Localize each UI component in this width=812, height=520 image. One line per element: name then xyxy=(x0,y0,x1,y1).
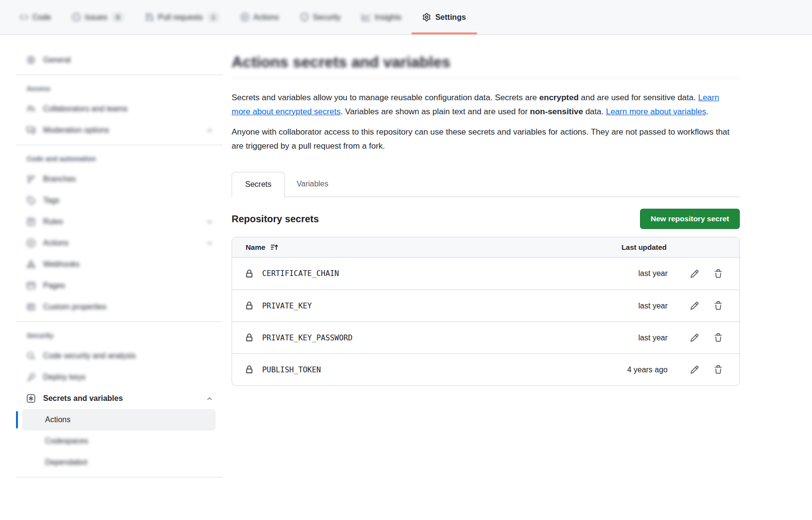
tag-icon xyxy=(27,196,35,205)
issue-opened-icon xyxy=(72,13,80,21)
code-icon xyxy=(20,13,28,21)
gear-icon xyxy=(422,13,431,21)
intro-text-segment: . Variables are shown as plain text and … xyxy=(341,107,530,116)
tab-actions-label: Actions xyxy=(253,13,279,22)
secret-name-cell: CERTIFICATE_CHAIN xyxy=(245,269,639,278)
sidebar-divider xyxy=(16,477,223,477)
sidebar-item-code-security-and-analysis[interactable]: Code security and analysis xyxy=(16,345,223,367)
issues-count-badge: 8 xyxy=(112,12,125,22)
sidebar-item-rules[interactable]: Rules xyxy=(16,211,223,232)
edit-secret-button[interactable] xyxy=(690,269,699,278)
row-actions xyxy=(690,301,723,310)
chevron-up-icon xyxy=(206,395,213,402)
intro-text-segment: and are used for sensitive data. xyxy=(578,93,698,102)
secret-name: PUBLISH_TOKEN xyxy=(262,366,321,374)
edit-secret-button[interactable] xyxy=(690,301,699,310)
encrypted-emphasis: encrypted xyxy=(539,93,578,102)
sidebar-subitem-dependabot[interactable]: Dependabot xyxy=(22,452,216,473)
secrets-table-header: Name Last updated xyxy=(232,237,739,258)
sidebar-item-secrets-and-variables[interactable]: Secrets and variables xyxy=(16,388,223,409)
sidebar-item-deploy-keys[interactable]: Deploy keys xyxy=(16,367,223,388)
delete-secret-button[interactable] xyxy=(714,333,723,342)
settings-tab-underline xyxy=(411,32,477,34)
sidebar-item-branches[interactable]: Branches xyxy=(16,168,223,190)
sidebar-item-general[interactable]: General xyxy=(16,49,223,71)
sidebar-subitem-label: Codespaces xyxy=(45,437,88,445)
sidebar-item-label: Webhooks xyxy=(43,260,79,269)
sidebar-item-label: Secrets and variables xyxy=(43,394,123,403)
sidebar-item-tags[interactable]: Tags xyxy=(16,190,223,211)
pencil-icon xyxy=(690,333,699,342)
sidebar-item-actions[interactable]: Actions xyxy=(16,232,223,254)
repo-tab-bar: Code Issues 8 Pull requests 1 Actions Se… xyxy=(0,0,812,35)
secret-updated: last year xyxy=(639,302,668,310)
edit-secret-button[interactable] xyxy=(690,333,699,342)
lock-icon xyxy=(245,302,253,310)
sidebar-item-moderation-options[interactable]: Moderation options xyxy=(16,120,223,141)
link-learn-more-variables[interactable]: Learn more about variables xyxy=(606,107,706,116)
sidebar-divider xyxy=(16,321,223,322)
tab-secrets[interactable]: Secrets xyxy=(232,172,285,197)
delete-secret-button[interactable] xyxy=(714,269,723,278)
tab-settings[interactable]: Settings xyxy=(417,0,471,34)
tab-security-label: Security xyxy=(313,13,341,22)
codescan-icon xyxy=(27,352,35,360)
lock-icon xyxy=(245,334,253,342)
tab-actions[interactable]: Actions xyxy=(235,0,284,34)
sort-ascending-icon[interactable] xyxy=(270,243,279,251)
chevron-down-icon xyxy=(206,240,213,247)
sidebar-item-collaborators-and-teams[interactable]: Collaborators and teams xyxy=(16,98,223,120)
intro-paragraph-1: Secrets and variables allow you to manag… xyxy=(232,91,738,119)
secret-updated: last year xyxy=(639,269,668,278)
edit-secret-button[interactable] xyxy=(690,365,699,374)
sidebar-item-pages[interactable]: Pages xyxy=(16,275,223,296)
column-last-updated-label: Last updated xyxy=(622,243,667,251)
lock-icon xyxy=(245,270,253,278)
pencil-icon xyxy=(690,269,699,278)
intro-text-segment: . xyxy=(706,107,709,116)
sidebar-item-custom-properties[interactable]: Custom properties xyxy=(16,296,223,318)
sidebar-item-label: General xyxy=(43,56,71,64)
sidebar-subitem-actions[interactable]: Actions xyxy=(22,409,216,430)
sidebar-item-label: Tags xyxy=(43,196,60,205)
browser-icon xyxy=(27,281,35,290)
tab-security[interactable]: Security xyxy=(295,0,346,34)
secret-name: CERTIFICATE_CHAIN xyxy=(262,269,339,278)
git-pull-request-icon xyxy=(145,13,154,21)
column-name-label: Name xyxy=(246,243,265,251)
tab-variables[interactable]: Variables xyxy=(287,171,338,197)
play-icon xyxy=(241,13,249,21)
sidebar-item-label: Deploy keys xyxy=(43,373,85,382)
delete-secret-button[interactable] xyxy=(714,301,723,310)
secrets-variables-tabnav: Secrets Variables xyxy=(232,171,740,197)
rules-icon xyxy=(27,217,35,226)
page-title: Actions secrets and variables xyxy=(232,52,740,78)
chevron-down-icon xyxy=(206,127,213,134)
play-icon xyxy=(27,239,35,247)
people-icon xyxy=(27,105,35,113)
sidebar-item-label: Code security and analysis xyxy=(43,352,136,360)
key-icon xyxy=(27,373,35,382)
repository-secrets-header: Repository secrets New repository secret xyxy=(232,209,740,229)
sidebar-item-label: Custom properties xyxy=(43,303,107,311)
sidebar-section-code-and-automation: Code and automation xyxy=(16,149,223,168)
sidebar-subitem-label: Actions xyxy=(45,415,70,424)
tab-insights[interactable]: Insights xyxy=(357,0,406,34)
chevron-down-icon xyxy=(206,218,213,226)
sidebar-item-webhooks[interactable]: Webhooks xyxy=(16,254,223,275)
intro-text-segment: Secrets and variables allow you to manag… xyxy=(232,93,539,102)
sidebar-subitem-codespaces[interactable]: Codespaces xyxy=(22,430,216,452)
tab-code[interactable]: Code xyxy=(15,0,56,34)
tab-pull-requests[interactable]: Pull requests 1 xyxy=(140,0,225,34)
secret-updated: last year xyxy=(639,334,668,342)
trash-icon xyxy=(714,365,723,374)
secret-name-cell: PRIVATE_KEY xyxy=(245,302,639,310)
trash-icon xyxy=(714,269,723,278)
tab-settings-label: Settings xyxy=(435,13,466,22)
sidebar-item-label: Pages xyxy=(43,281,65,290)
table-row: CERTIFICATE_CHAIN last year xyxy=(232,258,739,290)
delete-secret-button[interactable] xyxy=(714,365,723,374)
sidebar-section-security: Security xyxy=(16,326,223,345)
new-repository-secret-button[interactable]: New repository secret xyxy=(640,209,740,229)
tab-issues[interactable]: Issues 8 xyxy=(67,0,129,34)
